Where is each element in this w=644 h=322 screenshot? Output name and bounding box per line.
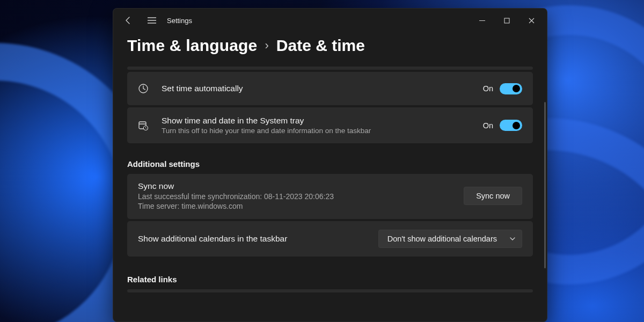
minimize-icon [479,18,485,24]
toggle-state-label: On [483,121,493,130]
content-area: Time & language › Date & time Set time a… [113,32,547,321]
titlebar: Settings [113,9,547,32]
window-controls [470,9,544,32]
card-edge [127,67,533,70]
back-button[interactable] [116,9,140,32]
setting-set-time-automatically[interactable]: Set time automatically On [127,72,533,105]
toggle-set-time-automatically[interactable] [500,83,522,94]
nav-menu-button[interactable] [140,9,164,32]
additional-calendars-dropdown[interactable]: Don't show additional calendars [378,230,522,248]
maximize-icon [504,18,510,24]
setting-sync-now: Sync now Last successful time synchroniz… [127,174,533,219]
window-title: Settings [167,17,192,25]
calendar-clock-icon [138,120,153,131]
setting-title: Set time automatically [162,84,483,93]
sync-server: Time server: time.windows.com [138,202,464,210]
sync-title: Sync now [138,181,464,191]
scrollbar[interactable] [544,102,546,268]
setting-show-time-in-tray[interactable]: Show time and date in the System tray Tu… [127,107,533,143]
close-icon [529,18,535,24]
clock-icon [138,83,153,94]
section-additional-settings: Additional settings [127,159,533,169]
breadcrumb-parent[interactable]: Time & language [127,36,258,55]
setting-additional-calendars: Show additional calendars in the taskbar… [127,221,533,257]
setting-title: Show additional calendars in the taskbar [138,234,378,244]
hamburger-icon [148,17,156,24]
close-button[interactable] [519,9,544,32]
sync-now-button[interactable]: Sync now [464,187,522,205]
dropdown-selected: Don't show additional calendars [387,235,497,243]
chevron-right-icon: › [265,39,269,53]
arrow-left-icon [124,16,133,25]
section-related-links: Related links [127,275,533,284]
toggle-state-label: On [483,84,493,93]
minimize-button[interactable] [470,9,494,32]
svg-rect-4 [504,18,509,23]
settings-window: Settings Time & language › Date & time [113,8,547,322]
toggle-show-time-in-tray[interactable] [500,120,522,131]
setting-subtitle: Turn this off to hide your time and date… [162,127,483,135]
breadcrumb-current: Date & time [276,36,365,55]
breadcrumb: Time & language › Date & time [127,36,533,55]
maximize-button[interactable] [494,9,519,32]
setting-title: Show time and date in the System tray [162,116,483,126]
card-edge [127,289,533,292]
chevron-down-icon [510,237,515,240]
sync-last-success: Last successful time synchronization: 08… [138,192,464,201]
